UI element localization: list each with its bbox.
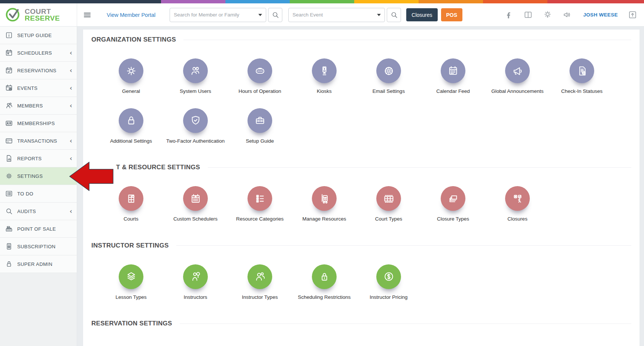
tile-label: System Users	[180, 88, 211, 95]
hamburger-menu-icon[interactable]	[83, 10, 92, 19]
tile-kiosks[interactable]: Kiosks	[292, 58, 356, 95]
section-divider	[183, 40, 631, 40]
toolbox-icon	[247, 108, 272, 133]
doc-check-icon	[569, 58, 594, 83]
sidebar-item-label: REPORTS	[17, 156, 42, 161]
sidebar-item-label: AUDITS	[17, 209, 36, 214]
sidebar-item-label: TRANSACTIONS	[17, 138, 57, 144]
sidebar-item-transactions[interactable]: TRANSACTIONS‹	[0, 132, 77, 150]
tile-closures[interactable]: Closures	[485, 186, 550, 222]
sidebar-item-label: TO DO	[17, 191, 33, 197]
users-pair-icon	[5, 101, 13, 110]
sidebar-item-memberships[interactable]: MEMBERSHIPS	[0, 115, 77, 132]
strip-segment	[0, 0, 161, 3]
chevron-collapse-icon: ‹	[70, 85, 72, 91]
sidebar-item-subscription[interactable]: SUBSCRIPTION	[0, 238, 77, 255]
strip-segment	[290, 0, 354, 3]
strip-segment	[225, 0, 290, 3]
sidebar-item-reservations[interactable]: RESERVATIONS‹	[0, 62, 77, 79]
tile-check-in-statuses[interactable]: Check-In Statuses	[550, 58, 614, 95]
tile-custom-schedulers[interactable]: Custom Schedulers	[163, 186, 228, 222]
sidebar-item-reports[interactable]: REPORTS‹	[0, 150, 77, 167]
tile-calendar-feed[interactable]: Calendar Feed	[421, 58, 485, 95]
report-icon	[5, 154, 13, 163]
pos-button[interactable]: POS	[441, 8, 463, 21]
tile-label: Manage Resources	[302, 216, 346, 222]
chevron-collapse-icon: ‹	[70, 49, 72, 56]
tile-lesson-types[interactable]: Lesson Types	[99, 264, 163, 301]
tile-two-factor-authentication[interactable]: Two-Factor Authentication	[163, 108, 228, 145]
shield-check-icon	[183, 108, 208, 133]
facebook-icon[interactable]	[504, 10, 513, 19]
share-icon[interactable]	[628, 10, 637, 19]
tile-label: Instructor Types	[242, 294, 278, 301]
tile-label: Resource Categories	[236, 216, 284, 222]
court-doc-icon	[119, 186, 143, 211]
event-search-input[interactable]	[292, 12, 375, 18]
brand-name: COURT RESERVE	[25, 8, 60, 22]
magnifier-icon	[5, 207, 13, 215]
info-icon	[5, 31, 13, 39]
gear-icon	[5, 172, 13, 180]
idea-lightbulb-icon[interactable]	[543, 10, 552, 19]
strip-segment	[483, 0, 547, 3]
tile-label: Additional Settings	[110, 138, 152, 145]
tile-instructor-types[interactable]: Instructor Types	[228, 264, 292, 301]
section-title: ORGANIZATION SETTINGS	[91, 36, 176, 43]
tile-email-settings[interactable]: Email Settings	[356, 58, 421, 95]
sidebar-item-setup-guide[interactable]: SETUP GUIDE	[0, 27, 77, 44]
instructor-icon	[183, 264, 208, 289]
tile-label: Instructors	[183, 294, 207, 301]
tile-global-announcements[interactable]: Global Announcements	[485, 58, 550, 95]
tile-additional-settings[interactable]: Additional Settings	[99, 108, 163, 145]
chevron-down-icon[interactable]	[258, 14, 262, 16]
tile-instructor-pricing[interactable]: Instructor Pricing	[356, 264, 421, 301]
hours-icon	[247, 58, 272, 83]
sidebar-item-events[interactable]: EVENTS‹	[0, 79, 77, 97]
tile-label: Setup Guide	[246, 138, 274, 145]
sidebar-item-schedulers[interactable]: SCHEDULERS‹	[0, 44, 77, 62]
user-menu[interactable]: JOSH WEESE	[583, 12, 618, 18]
sidebar-item-label: POINT OF SALE	[17, 226, 56, 232]
tile-manage-resources[interactable]: Manage Resources	[292, 186, 356, 222]
member-search-button[interactable]	[268, 8, 282, 22]
tile-court-types[interactable]: Court Types	[356, 186, 421, 222]
split-view-icon[interactable]	[523, 10, 533, 19]
id-card-icon	[5, 119, 13, 127]
member-search-input[interactable]	[174, 12, 256, 18]
tile-label: Hours of Operation	[239, 88, 281, 95]
announcement-speaker-icon[interactable]	[562, 10, 572, 19]
dollar-icon	[376, 264, 401, 289]
tile-label: Check-In Statuses	[561, 88, 602, 95]
tile-resource-categories[interactable]: Resource Categories	[228, 186, 292, 222]
brand-logo[interactable]: COURT RESERVE	[0, 3, 77, 26]
sidebar-item-point-of-sale[interactable]: POINT OF SALE	[0, 220, 77, 238]
member-search-box	[170, 8, 266, 22]
layers-icon	[119, 264, 143, 289]
tile-closure-types[interactable]: Closure Types	[421, 186, 485, 222]
sidebar-item-to-do[interactable]: TO DO	[0, 185, 77, 203]
cart-icon	[312, 186, 337, 211]
tile-setup-guide[interactable]: Setup Guide	[228, 108, 292, 145]
event-search-button[interactable]	[387, 8, 401, 22]
closures-button[interactable]: Closures	[406, 8, 437, 21]
view-member-portal-link[interactable]: View Member Portal	[107, 12, 155, 18]
chevron-down-icon[interactable]	[377, 14, 381, 16]
tile-label: Kiosks	[317, 88, 332, 95]
tile-general[interactable]: General	[99, 58, 163, 95]
sidebar-nav: SETUP GUIDESCHEDULERS‹RESERVATIONS‹EVENT…	[0, 27, 77, 346]
todo-icon	[5, 189, 13, 198]
sidebar-item-members[interactable]: MEMBERS‹	[0, 97, 77, 115]
chevron-collapse-icon: ‹	[70, 208, 72, 215]
calendar-gear-icon	[183, 186, 208, 211]
sidebar-item-audits[interactable]: AUDITS‹	[0, 203, 77, 220]
tile-instructors[interactable]: Instructors	[163, 264, 228, 301]
tile-hours-of-operation[interactable]: Hours of Operation	[228, 58, 292, 95]
sidebar-item-super-admin[interactable]: SUPER ADMIN	[0, 255, 77, 273]
tile-scheduling-restrictions[interactable]: Scheduling Restrictions	[292, 264, 356, 301]
tile-system-users[interactable]: System Users	[163, 58, 228, 95]
tile-courts[interactable]: Courts	[99, 186, 163, 222]
sidebar-item-settings[interactable]: SETTINGS	[0, 167, 77, 185]
member-search-group	[170, 8, 282, 22]
tile-label: General	[122, 88, 140, 95]
